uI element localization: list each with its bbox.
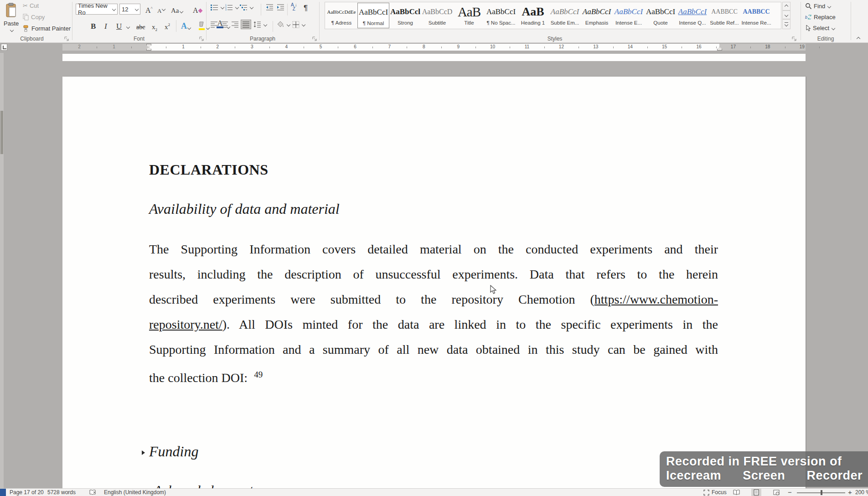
style-preview: AaBbCcI bbox=[613, 4, 645, 19]
multilevel-list-icon bbox=[239, 4, 248, 11]
format-painter-button[interactable]: Format Painter bbox=[23, 25, 71, 32]
justify-button[interactable] bbox=[241, 20, 251, 29]
clear-formatting-button[interactable]: A bbox=[191, 4, 203, 15]
watermark-line2: Icecream Screen Recorder bbox=[666, 469, 863, 483]
superscript-button[interactable]: x2 bbox=[163, 20, 171, 31]
font-size-combo[interactable]: 12 bbox=[119, 4, 140, 15]
ruler-number: 4 bbox=[284, 44, 289, 49]
align-left-button[interactable] bbox=[210, 21, 218, 28]
underline-button[interactable]: U bbox=[115, 20, 123, 31]
zoom-level[interactable]: 200 % bbox=[855, 489, 868, 496]
bold-button[interactable]: B bbox=[89, 20, 97, 31]
paste-label: Paste bbox=[4, 20, 19, 27]
font-dialog-launcher[interactable] bbox=[199, 36, 204, 41]
justify-icon bbox=[242, 21, 250, 28]
style-no-spac[interactable]: AaBbCcI¶ No Spac... bbox=[485, 3, 517, 28]
cut-button[interactable]: ✂ Cut bbox=[23, 2, 39, 9]
borders-button[interactable] bbox=[292, 21, 305, 28]
document-page[interactable]: DECLARATIONS Availability of data and ma… bbox=[62, 77, 806, 489]
language-indicator[interactable]: English (United Kingdom) bbox=[104, 489, 166, 496]
style-subtle-ref[interactable]: AABBCCSubtle Ref... bbox=[708, 3, 740, 28]
style-heading-1[interactable]: AaBHeading 1 bbox=[517, 3, 549, 28]
styles-scroll-up-button[interactable] bbox=[782, 2, 790, 10]
shading-button[interactable] bbox=[277, 21, 290, 28]
clipboard-dialog-launcher[interactable] bbox=[64, 36, 69, 41]
paste-button[interactable]: Paste bbox=[4, 3, 19, 35]
style-adress[interactable]: AaBbCcDdEe¶ Adress bbox=[326, 3, 357, 28]
style-strong[interactable]: AaBbCclStrong bbox=[389, 3, 421, 28]
style-emphasis[interactable]: AaBbCcIEmphasis bbox=[581, 3, 613, 28]
increase-indent-button[interactable] bbox=[277, 4, 284, 11]
increase-indent-icon bbox=[277, 4, 284, 11]
focus-mode-button[interactable]: Focus bbox=[703, 489, 727, 496]
ruler-number: 2 bbox=[215, 44, 220, 49]
ruler[interactable]: 2112345678910111213141516171819 bbox=[62, 44, 806, 51]
zoom-slider-thumb[interactable] bbox=[821, 490, 822, 495]
word-count[interactable]: 5728 words bbox=[47, 489, 76, 496]
line-spacing-button[interactable] bbox=[253, 21, 267, 28]
align-center-button[interactable] bbox=[221, 21, 228, 28]
style-intense-e[interactable]: AaBbCcIIntense E... bbox=[613, 3, 645, 28]
align-right-button[interactable] bbox=[231, 21, 239, 28]
replace-button[interactable]: b Replace bbox=[805, 14, 836, 21]
left-scrollbar-thumb[interactable] bbox=[0, 111, 3, 154]
chemotion-link[interactable]: https://www.chemotion- bbox=[594, 292, 718, 306]
ruler-tick bbox=[201, 46, 201, 48]
sort-z-glyph: Z bbox=[293, 7, 295, 11]
ruler-number: 3 bbox=[249, 44, 255, 49]
style-subtle-em[interactable]: AaBbCcISubtle Em... bbox=[549, 3, 581, 28]
doc-paragraph-line: results, including the description of un… bbox=[149, 262, 718, 287]
zoom-out-button[interactable]: − bbox=[788, 488, 792, 496]
decrease-indent-button[interactable] bbox=[266, 4, 274, 11]
style-title[interactable]: AaBTitle bbox=[453, 3, 485, 28]
style-preview: AaBbCcI bbox=[485, 4, 517, 19]
collapse-ribbon-button[interactable] bbox=[857, 37, 860, 41]
zoom-in-button[interactable]: + bbox=[848, 488, 852, 496]
paragraph-dialog-launcher[interactable] bbox=[312, 36, 317, 41]
read-mode-button[interactable] bbox=[731, 489, 741, 496]
strikethrough-button[interactable]: abc bbox=[135, 20, 146, 31]
style-preview: AaB bbox=[517, 4, 549, 19]
italic-button[interactable]: I bbox=[103, 20, 108, 31]
numbering-button[interactable]: 123 bbox=[225, 4, 238, 11]
change-case-button[interactable]: Aa bbox=[170, 4, 184, 15]
borders-icon bbox=[292, 21, 300, 28]
text-effects-button[interactable]: A bbox=[180, 20, 192, 31]
subscript-button[interactable]: x2 bbox=[150, 20, 159, 31]
shrink-font-button[interactable]: A bbox=[156, 4, 166, 15]
sort-button[interactable]: A↓ Z bbox=[291, 3, 297, 11]
styles-scroll-down-button[interactable] bbox=[782, 10, 790, 19]
tab-selector[interactable] bbox=[1, 44, 7, 51]
underline-dropdown-icon[interactable] bbox=[126, 25, 130, 29]
web-layout-button[interactable] bbox=[771, 489, 781, 496]
style-subtitle[interactable]: AaBbCcDSubtitle bbox=[421, 3, 453, 28]
collapse-heading-triangle-icon[interactable] bbox=[141, 450, 145, 456]
ruler-tick bbox=[441, 46, 442, 48]
proofing-status-icon[interactable] bbox=[89, 490, 97, 496]
grow-font-button[interactable]: A^ bbox=[144, 4, 154, 15]
style-quote[interactable]: AaBbCcIQuote bbox=[645, 3, 677, 28]
find-button[interactable]: Find bbox=[805, 3, 831, 10]
styles-dialog-launcher[interactable] bbox=[791, 36, 797, 41]
chemotion-link[interactable]: repository.net/ bbox=[149, 317, 222, 331]
font-name-combo[interactable]: Times New Ro bbox=[76, 4, 118, 15]
print-layout-button[interactable] bbox=[751, 489, 761, 496]
style-intense-q[interactable]: AaBbCcIIntense Q... bbox=[677, 3, 708, 28]
styles-more-button[interactable] bbox=[782, 19, 790, 29]
show-marks-button[interactable]: ¶ bbox=[304, 4, 308, 13]
highlight-color-button[interactable] bbox=[196, 20, 211, 31]
align-right-icon bbox=[231, 21, 239, 28]
style-preview: AaBbCcl bbox=[389, 4, 421, 19]
select-button[interactable]: Select bbox=[805, 25, 835, 31]
style-normal[interactable]: AaBbCcI¶ Normal bbox=[357, 3, 389, 28]
left-scrollbar[interactable] bbox=[0, 53, 4, 489]
ruler-active-area bbox=[149, 44, 719, 51]
page-indicator[interactable]: Page 17 of 20 bbox=[10, 489, 44, 496]
ruler-tick bbox=[372, 46, 373, 48]
style-intense-re[interactable]: AABBCCIntense Re... bbox=[740, 3, 772, 28]
align-center-icon bbox=[221, 21, 228, 28]
doc-paragraph-line: The Supporting Information covers detail… bbox=[149, 237, 718, 262]
copy-button[interactable]: Copy bbox=[23, 14, 45, 21]
multilevel-list-button[interactable] bbox=[239, 4, 253, 11]
bullets-button[interactable] bbox=[210, 4, 224, 11]
